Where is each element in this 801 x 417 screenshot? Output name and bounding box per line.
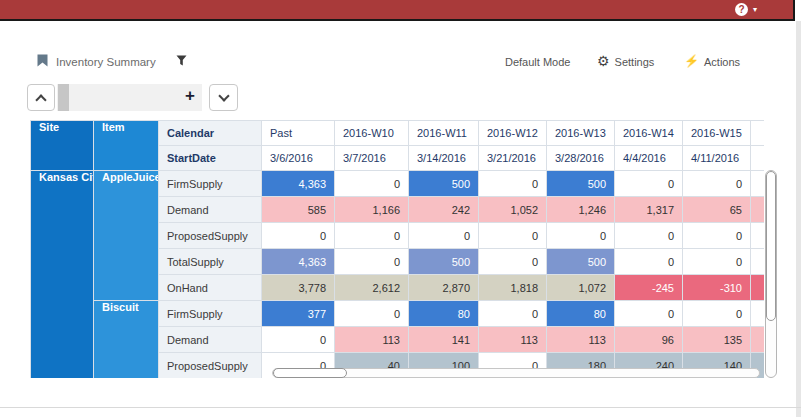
grid-cell[interactable]: 0 bbox=[479, 171, 547, 197]
grid-cell[interactable] bbox=[751, 197, 765, 223]
bookmark-icon[interactable] bbox=[37, 54, 48, 69]
grid-cell[interactable]: 0 bbox=[615, 171, 683, 197]
chevron-up-icon bbox=[35, 94, 46, 105]
footer-divider bbox=[0, 407, 801, 408]
chevron-down-icon[interactable]: ▾ bbox=[753, 3, 757, 16]
grid-cell[interactable]: 1,818 bbox=[479, 275, 547, 301]
grid-cell[interactable] bbox=[751, 249, 765, 275]
item-cell: AppleJuice bbox=[94, 171, 159, 301]
period-header: 2016-W10 bbox=[335, 121, 409, 146]
period-header: 2016-W13 bbox=[547, 121, 615, 146]
grid-cell[interactable]: 2,612 bbox=[335, 275, 409, 301]
expand-level-button[interactable] bbox=[209, 84, 238, 111]
startdate-cell: 4/11/2016 bbox=[683, 146, 751, 171]
grid-cell[interactable]: 141 bbox=[409, 327, 479, 353]
grid-cell[interactable]: 500 bbox=[409, 171, 479, 197]
grid-cell[interactable]: 0 bbox=[335, 171, 409, 197]
measure-label: Demand bbox=[159, 197, 262, 223]
top-navigation-bar: ? ▾ bbox=[0, 0, 795, 21]
grid-cell[interactable]: 1,052 bbox=[479, 197, 547, 223]
period-header: 2016-W14 bbox=[615, 121, 683, 146]
startdate-cell: 3/14/2016 bbox=[409, 146, 479, 171]
grid-cell[interactable] bbox=[751, 223, 765, 249]
measure-label: FirmSupply bbox=[159, 301, 262, 327]
startdate-cell: 3/28/2016 bbox=[547, 146, 615, 171]
grid-cell[interactable] bbox=[751, 275, 765, 301]
grid-cell[interactable]: 585 bbox=[262, 197, 335, 223]
measure-label: OnHand bbox=[159, 275, 262, 301]
grid-cell[interactable]: 0 bbox=[615, 301, 683, 327]
grid-cell[interactable] bbox=[751, 301, 765, 327]
collapse-level-button[interactable] bbox=[27, 84, 55, 111]
zoom-slider-track[interactable]: + bbox=[57, 84, 202, 111]
grid-cell[interactable]: 500 bbox=[547, 171, 615, 197]
grid-cell[interactable]: 0 bbox=[547, 223, 615, 249]
horizontal-scrollbar-track[interactable] bbox=[272, 368, 760, 378]
view-title: Inventory Summary bbox=[56, 56, 156, 68]
zoom-in-button[interactable]: + bbox=[185, 86, 195, 106]
grid-cell[interactable]: 2,870 bbox=[409, 275, 479, 301]
grid-cell[interactable]: 3,778 bbox=[262, 275, 335, 301]
grid-cell[interactable]: 1,072 bbox=[547, 275, 615, 301]
help-menu[interactable]: ? ▾ bbox=[735, 3, 757, 16]
grid-cell[interactable]: -245 bbox=[615, 275, 683, 301]
grid-cell[interactable]: 113 bbox=[547, 327, 615, 353]
grid-cell[interactable]: 4,363 bbox=[262, 171, 335, 197]
grid-cell[interactable]: 113 bbox=[335, 327, 409, 353]
grid-cell[interactable]: 0 bbox=[615, 249, 683, 275]
grid-cell[interactable]: 0 bbox=[479, 301, 547, 327]
grid-cell[interactable]: 1,166 bbox=[335, 197, 409, 223]
actions-label: Actions bbox=[704, 56, 740, 68]
startdate-cell: 4/4/2016 bbox=[615, 146, 683, 171]
grid-cell[interactable]: 0 bbox=[262, 327, 335, 353]
actions-button[interactable]: ⚡ Actions bbox=[684, 54, 740, 69]
grid-cell[interactable]: 500 bbox=[409, 249, 479, 275]
grid-cell[interactable]: 0 bbox=[335, 249, 409, 275]
grid-cell[interactable]: 500 bbox=[547, 249, 615, 275]
vertical-scrollbar-track[interactable] bbox=[765, 170, 777, 378]
grid-cell[interactable] bbox=[751, 327, 765, 353]
help-icon[interactable]: ? bbox=[735, 3, 748, 16]
grid-cell[interactable] bbox=[751, 171, 765, 197]
grid-cell[interactable]: 80 bbox=[409, 301, 479, 327]
grid-cell[interactable]: 135 bbox=[683, 327, 751, 353]
grid-cell[interactable]: 65 bbox=[683, 197, 751, 223]
grid-cell[interactable]: 0 bbox=[479, 223, 547, 249]
grid-cell[interactable]: 4,363 bbox=[262, 249, 335, 275]
vertical-scrollbar-thumb[interactable] bbox=[766, 171, 776, 321]
grid-cell[interactable]: 0 bbox=[683, 223, 751, 249]
grid-cell[interactable]: 0 bbox=[262, 223, 335, 249]
chevron-down-icon bbox=[218, 90, 229, 101]
view-toolbar: Inventory Summary Default Mode ⚙ Setting… bbox=[0, 50, 801, 74]
grid-cell[interactable]: 113 bbox=[479, 327, 547, 353]
zoom-slider-thumb[interactable] bbox=[58, 84, 69, 111]
grid-cell[interactable]: 0 bbox=[409, 223, 479, 249]
grid-cell[interactable]: 0 bbox=[683, 301, 751, 327]
grid-cell[interactable]: 0 bbox=[683, 249, 751, 275]
grid-cell[interactable]: 1,317 bbox=[615, 197, 683, 223]
calendar-header: Calendar bbox=[159, 121, 262, 146]
horizontal-scrollbar-thumb[interactable] bbox=[273, 368, 347, 378]
grid-cell[interactable]: 377 bbox=[262, 301, 335, 327]
site-cell: Kansas Cit... bbox=[31, 171, 94, 379]
grid-cell[interactable]: 242 bbox=[409, 197, 479, 223]
grid-cell[interactable]: 0 bbox=[335, 223, 409, 249]
default-mode-button[interactable]: Default Mode bbox=[505, 56, 570, 68]
startdate-cell: 3/6/2016 bbox=[262, 146, 335, 171]
grid-row: Kansas Cit...AppleJuiceFirmSupply4,36305… bbox=[31, 171, 765, 197]
grid-cell[interactable]: 1,246 bbox=[547, 197, 615, 223]
filter-icon[interactable] bbox=[176, 55, 187, 68]
gear-icon: ⚙ bbox=[597, 54, 610, 69]
measure-label: Demand bbox=[159, 327, 262, 353]
grid-cell[interactable]: 0 bbox=[335, 301, 409, 327]
grid-cell[interactable]: 0 bbox=[479, 249, 547, 275]
period-header: Past bbox=[262, 121, 335, 146]
grid-cell[interactable]: -310 bbox=[683, 275, 751, 301]
grid-cell[interactable]: 96 bbox=[615, 327, 683, 353]
settings-button[interactable]: ⚙ Settings bbox=[597, 54, 654, 69]
grid-cell[interactable]: 80 bbox=[547, 301, 615, 327]
grid-viewport: SiteItemCalendarPast2016-W102016-W112016… bbox=[30, 120, 764, 378]
grid-cell[interactable]: 0 bbox=[615, 223, 683, 249]
grid-cell[interactable]: 0 bbox=[683, 171, 751, 197]
window-edge-scrollbar[interactable] bbox=[796, 21, 801, 417]
